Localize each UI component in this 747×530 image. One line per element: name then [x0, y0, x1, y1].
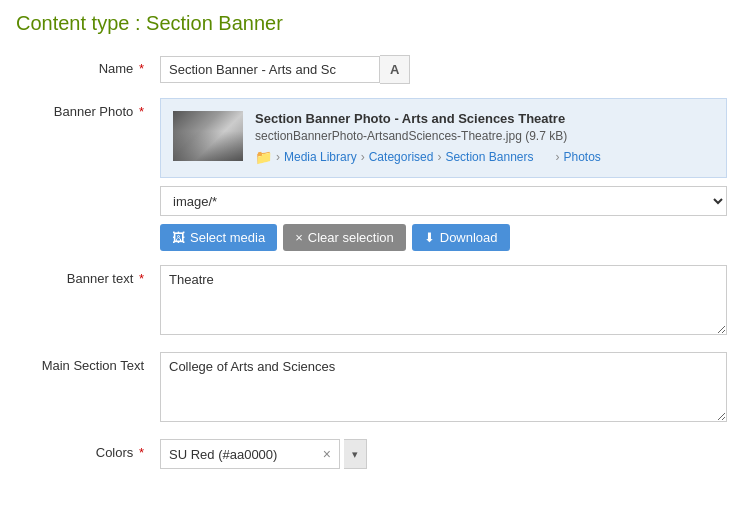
main-section-text-textarea[interactable]: College of Arts and Sciences — [160, 352, 727, 422]
banner-info-title: Section Banner Photo - Arts and Sciences… — [255, 111, 714, 126]
breadcrumb-categorised[interactable]: Categorised — [369, 150, 434, 164]
banner-thumbnail-image — [173, 111, 243, 161]
banner-thumbnail — [173, 111, 243, 161]
name-translate-button[interactable]: A — [380, 55, 410, 84]
name-input-wrapper: A — [160, 55, 727, 84]
action-buttons: 🖼 Select media × Clear selection ⬇ Downl… — [160, 224, 727, 251]
colors-field: SU Red (#aa0000) × ▾ — [160, 439, 727, 469]
colors-clear-icon[interactable]: × — [323, 447, 331, 461]
download-icon: ⬇ — [424, 230, 435, 245]
select-media-button[interactable]: 🖼 Select media — [160, 224, 277, 251]
main-section-text-row: Main Section Text College of Arts and Sc… — [20, 352, 727, 425]
banner-text-field: Theatre — [160, 265, 727, 338]
name-input[interactable] — [160, 56, 380, 83]
colors-value: SU Red (#aa0000) — [169, 447, 317, 462]
banner-photo-label: Banner Photo * — [20, 98, 160, 119]
breadcrumb-media-library[interactable]: Media Library — [284, 150, 357, 164]
image-icon: 🖼 — [172, 230, 185, 245]
colors-label: Colors * — [20, 439, 160, 460]
banner-photo-row: Banner Photo * Section Banner Photo - Ar… — [20, 98, 727, 251]
colors-dropdown-button[interactable]: ▾ — [344, 439, 367, 469]
name-label: Name * — [20, 55, 160, 76]
colors-select-box[interactable]: SU Red (#aa0000) × — [160, 439, 340, 469]
folder-icon: 📁 — [255, 149, 272, 165]
main-section-text-field: College of Arts and Sciences — [160, 352, 727, 425]
form-container: Name * A Banner Photo * Section Banner P… — [0, 45, 747, 503]
page-title: Content type : Section Banner — [0, 0, 747, 45]
breadcrumb: 📁 › Media Library › Categorised › Sectio… — [255, 149, 714, 165]
banner-photo-box: Section Banner Photo - Arts and Sciences… — [160, 98, 727, 178]
breadcrumb-photos[interactable]: Photos — [563, 150, 600, 164]
banner-text-textarea[interactable]: Theatre — [160, 265, 727, 335]
name-field: A — [160, 55, 727, 84]
times-icon: × — [295, 230, 303, 245]
banner-info-filename: sectionBannerPhoto-ArtsandSciences-Theat… — [255, 129, 714, 143]
breadcrumb-section-banners[interactable]: Section Banners — [445, 150, 533, 164]
main-section-text-label: Main Section Text — [20, 352, 160, 373]
clear-selection-button[interactable]: × Clear selection — [283, 224, 406, 251]
banner-info: Section Banner Photo - Arts and Sciences… — [255, 111, 714, 165]
colors-row: Colors * SU Red (#aa0000) × ▾ — [20, 439, 727, 469]
download-button[interactable]: ⬇ Download — [412, 224, 510, 251]
colors-wrapper: SU Red (#aa0000) × ▾ — [160, 439, 727, 469]
banner-text-row: Banner text * Theatre — [20, 265, 727, 338]
name-row: Name * A — [20, 55, 727, 84]
banner-photo-field: Section Banner Photo - Arts and Sciences… — [160, 98, 727, 251]
media-type-select[interactable]: image/* — [160, 186, 727, 216]
banner-photo-inner: Section Banner Photo - Arts and Sciences… — [173, 111, 714, 165]
chevron-down-icon: ▾ — [352, 448, 358, 461]
banner-text-label: Banner text * — [20, 265, 160, 286]
